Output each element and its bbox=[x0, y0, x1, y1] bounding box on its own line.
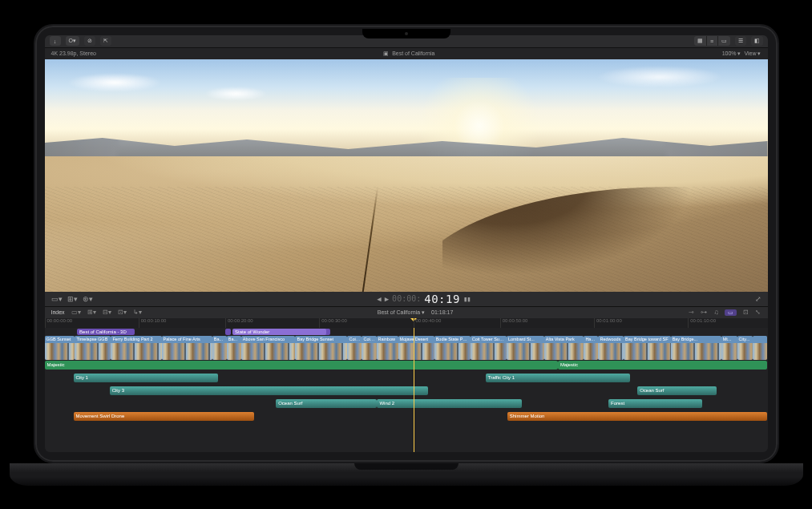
video-clip[interactable]: Ba... bbox=[212, 336, 227, 360]
background-tasks-button[interactable]: ⊘ bbox=[84, 36, 95, 46]
video-clip[interactable]: Lombard St... bbox=[507, 336, 544, 360]
title-clip[interactable]: Best of California - 3D bbox=[77, 329, 135, 335]
share-button[interactable]: ⇱ bbox=[100, 36, 111, 46]
title-clip[interactable]: State of Wonder bbox=[232, 329, 326, 335]
color-toggle-button[interactable]: ◧ bbox=[751, 36, 763, 46]
timecode-main: 40:19 bbox=[424, 293, 460, 305]
video-clip[interactable]: Mt... bbox=[721, 336, 737, 360]
solo-toggle[interactable]: ♫ bbox=[713, 309, 718, 316]
audio-clip[interactable]: Movement Swirl Drone bbox=[74, 412, 255, 421]
audio-skimming-toggle[interactable]: ⊶ bbox=[701, 309, 707, 316]
clip-label: Coit T... bbox=[347, 336, 362, 343]
viewer-canvas[interactable] bbox=[45, 59, 768, 292]
video-clip[interactable]: Alta Vista Park bbox=[544, 336, 584, 360]
video-clip[interactable] bbox=[753, 336, 767, 360]
video-clip[interactable]: Coit To... bbox=[362, 336, 376, 360]
timeline-index-button[interactable]: Index bbox=[51, 309, 65, 315]
tl-tool-2[interactable]: ⊞▾ bbox=[87, 309, 96, 316]
info-strip: 4K 23.98p, Stereo ▣ Best of California 1… bbox=[45, 48, 768, 59]
disk-icon: ▣ bbox=[383, 50, 389, 57]
next-frame-button[interactable]: ▮▮ bbox=[463, 295, 471, 303]
tl-zoom-fit[interactable]: ⤡ bbox=[755, 309, 761, 316]
view-list-button[interactable]: ≡ bbox=[707, 36, 718, 46]
tl-view-options[interactable]: ⊡ bbox=[743, 309, 749, 316]
play-button[interactable]: ▶ bbox=[385, 295, 389, 303]
video-clip[interactable]: Ferry Building Part 2 bbox=[111, 336, 161, 360]
clip-label: Ba... bbox=[227, 336, 241, 343]
ruler-tick: 00:01:00:00 bbox=[594, 318, 622, 328]
view-filmstrip-button[interactable]: ▭ bbox=[718, 36, 730, 46]
view-menu-dropdown[interactable]: View ▾ bbox=[744, 50, 761, 57]
timeline-ruler[interactable]: 00:00:00:0000:00:10:0000:00:20:0000:00:3… bbox=[45, 318, 768, 328]
clip-label: Rainbow bbox=[377, 336, 398, 343]
app-window: ↓ O▾ ⊘ ⇱ ▦ ≡ ▭ ☰ ◧ 4K 23.98p, Stere bbox=[45, 35, 768, 452]
audio-clip[interactable]: Ocean Surf bbox=[276, 399, 377, 408]
video-clip[interactable]: Mojave Desert bbox=[398, 336, 434, 360]
video-clip[interactable]: Ba... bbox=[227, 336, 241, 360]
clip-appearance-button[interactable]: ▭▾ bbox=[51, 295, 63, 303]
ruler-tick: 00:00:10:00 bbox=[139, 318, 167, 328]
import-button[interactable]: ↓ bbox=[50, 36, 61, 46]
audio-clip[interactable]: City 1 bbox=[74, 374, 218, 382]
clip-label: Ha... bbox=[584, 336, 598, 343]
snapping-toggle[interactable]: ▭ bbox=[725, 309, 737, 316]
clip-label: Ba... bbox=[212, 336, 227, 343]
ruler-tick: 00:00:40:00 bbox=[414, 318, 442, 328]
video-clip[interactable]: Rainbow bbox=[377, 336, 398, 360]
audio-clip[interactable]: Majestic bbox=[558, 361, 768, 370]
clip-label: Timelapse GGB bbox=[75, 336, 111, 343]
ruler-tick: 00:01:10:00 bbox=[688, 318, 716, 328]
video-clip[interactable]: GGB Sunset bbox=[45, 336, 75, 360]
timeline-body[interactable]: Best of California - 3DState of Wonder G… bbox=[45, 328, 768, 452]
audio-clip[interactable]: Shimmer Motion bbox=[507, 412, 768, 421]
tl-tool-1[interactable]: ▭▾ bbox=[71, 309, 81, 316]
video-clip[interactable]: City... bbox=[737, 336, 753, 360]
effects-menu-button[interactable]: ⊛▾ bbox=[83, 295, 93, 303]
view-grid-button[interactable]: ▦ bbox=[694, 36, 707, 46]
video-clip[interactable]: Bodie State Park bbox=[434, 336, 471, 360]
prev-frame-button[interactable]: ◀ bbox=[377, 295, 381, 303]
primary-video-track: GGB SunsetTimelapse GGBFerry Building Pa… bbox=[45, 336, 768, 360]
ruler-tick: 00:00:20:00 bbox=[225, 318, 253, 328]
audio-clip[interactable]: Forest bbox=[608, 399, 702, 408]
inspector-toggle-button[interactable]: ☰ bbox=[735, 36, 746, 46]
audio-clip[interactable]: Wind 2 bbox=[377, 399, 521, 408]
playhead-line[interactable] bbox=[414, 328, 414, 452]
clip-label: Coit Tower Sunset bbox=[471, 336, 507, 343]
video-clip[interactable]: Ha... bbox=[584, 336, 598, 360]
tl-tool-3[interactable]: ⊟▾ bbox=[103, 309, 111, 316]
browser-view-segment: ▦ ≡ ▭ bbox=[694, 36, 730, 46]
tl-tool-5[interactable]: ↳▾ bbox=[133, 309, 142, 316]
video-clip[interactable]: Redwoods bbox=[598, 336, 624, 360]
video-clip[interactable]: Bay Bridge... bbox=[671, 336, 721, 360]
clip-label: Coit To... bbox=[362, 336, 376, 343]
fullscreen-button[interactable]: ⤢ bbox=[755, 295, 762, 303]
audio-track-4: Movement Swirl DroneShimmer Motion bbox=[45, 412, 768, 421]
audio-clip[interactable]: Majestic bbox=[45, 361, 558, 370]
audio-clip[interactable]: Ocean Surf bbox=[637, 386, 717, 395]
audio-track-2: City 3Ocean Surf bbox=[45, 386, 768, 395]
timeline-project-name[interactable]: Best of California ▾ bbox=[378, 309, 425, 316]
tool-menu-button[interactable]: ⊞▾ bbox=[67, 295, 78, 303]
playbar: ▭▾ ⊞▾ ⊛▾ ◀ ▶ 00:00: 40:19 ▮▮ ⤢ bbox=[45, 292, 768, 306]
audio-clip[interactable]: City 3 bbox=[110, 386, 428, 395]
video-clip[interactable]: Coit T... bbox=[347, 336, 362, 360]
video-clip[interactable]: Timelapse GGB bbox=[75, 336, 111, 360]
video-clip[interactable]: Palace of Fine Arts bbox=[162, 336, 212, 360]
audio-track-1: City 1Traffic City 1 bbox=[45, 374, 768, 382]
ruler-tick: 00:00:30:00 bbox=[319, 318, 347, 328]
skimming-toggle[interactable]: ⊸ bbox=[689, 309, 694, 316]
audio-clip[interactable]: Traffic City 1 bbox=[486, 374, 630, 382]
title-clip[interactable] bbox=[225, 329, 231, 335]
video-clip[interactable]: Above San Francisco bbox=[241, 336, 296, 360]
tl-tool-4[interactable]: ⊡▾ bbox=[118, 309, 127, 316]
viewer-zoom-dropdown[interactable]: 100% ▾ bbox=[722, 50, 741, 57]
video-clip[interactable]: Coit Tower Sunset bbox=[471, 336, 507, 360]
audio-track-3: Ocean SurfWind 2Forest bbox=[45, 399, 768, 408]
keyword-button[interactable]: O▾ bbox=[66, 36, 79, 46]
clip-label: Bodie State Park bbox=[434, 336, 471, 343]
video-clip[interactable]: Bay Bridge toward SF bbox=[624, 336, 671, 360]
timeline-duration: 01:18:17 bbox=[431, 309, 453, 315]
clip-label: Lombard St... bbox=[507, 336, 544, 343]
video-clip[interactable]: Bay Bridge Sunset bbox=[295, 336, 347, 360]
